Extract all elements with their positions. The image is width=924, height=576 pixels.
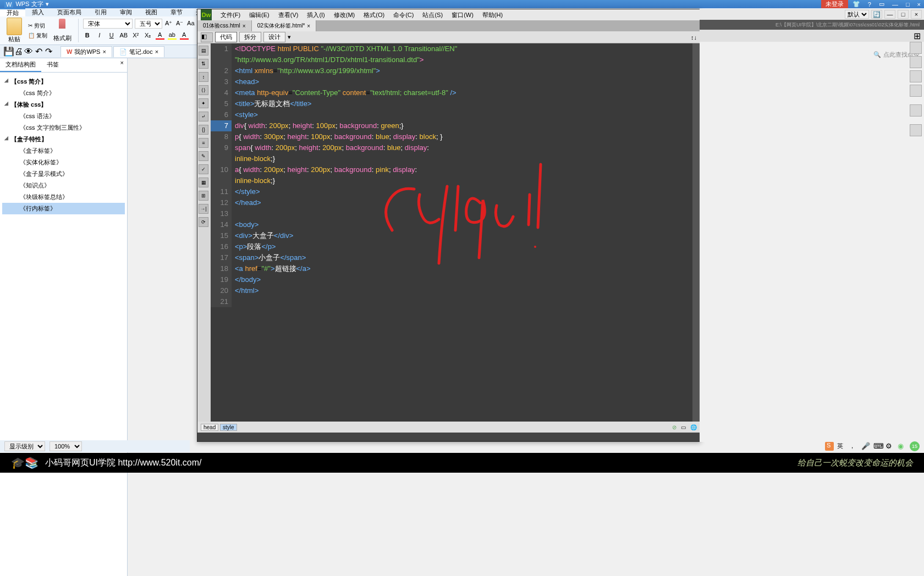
dw-menu-item[interactable]: 命令(C) [389, 11, 418, 19]
zoom-label-select[interactable]: 显示级别 [4, 441, 45, 451]
tree-arrow-icon[interactable]: ◢ [4, 135, 8, 141]
ime-settings-icon[interactable]: ⚙ [886, 442, 894, 451]
bold-icon[interactable]: B [83, 31, 92, 40]
font-size-select[interactable]: 五号 [135, 19, 162, 29]
code-line[interactable]: 1<!DOCTYPE html PUBLIC "-//W3C//DTD XHTM… [211, 43, 692, 54]
tab-bookmarks[interactable]: 书签 [41, 58, 64, 72]
menu-视图[interactable]: 视图 [139, 8, 164, 16]
zoom-value-select[interactable]: 100% [50, 441, 82, 451]
dw-minimize-icon[interactable]: — [884, 10, 895, 19]
shirt-icon[interactable]: 👕 [849, 1, 864, 8]
code-line[interactable]: 3<head> [211, 76, 692, 87]
gutter-collapse-icon[interactable]: ⇅ [199, 59, 208, 69]
tree-item[interactable]: 《块级标签总结》 [2, 191, 125, 203]
view-code-button[interactable]: 代码 [215, 32, 237, 42]
menu-插入[interactable]: 插入 [25, 8, 51, 16]
files-panel-icon[interactable] [910, 56, 922, 68]
gutter-line-icon[interactable]: ≡ [199, 138, 208, 148]
close-filetab-icon[interactable]: × [243, 23, 246, 29]
tab-doc-structure[interactable]: 文档结构图 [0, 58, 41, 72]
cut-button[interactable]: ✂ 剪切 [26, 21, 49, 30]
assets-panel-icon[interactable] [910, 70, 922, 82]
close-icon[interactable]: × [914, 1, 924, 8]
tray-circle-icon[interactable]: ◉ [898, 442, 906, 451]
dw-maximize-icon[interactable]: □ [898, 10, 909, 19]
snippets-panel-icon[interactable] [910, 124, 922, 136]
tree-item[interactable]: 《盒子标签》 [2, 145, 125, 157]
preview-icon[interactable]: 👁 [24, 47, 33, 56]
tree-item[interactable]: 《盒子显示模式》 [2, 168, 125, 180]
change-case-icon[interactable]: Aa [186, 19, 195, 27]
tag-head[interactable]: head [201, 424, 218, 431]
login-button[interactable]: 未登录 [821, 0, 848, 8]
dw-file-tab[interactable]: 01体验css.html × [197, 20, 252, 31]
sync-icon[interactable]: 🔄 [871, 10, 882, 19]
code-area[interactable]: 1<!DOCTYPE html PUBLIC "-//W3C//DTD XHTM… [211, 43, 692, 422]
code-line[interactable]: 18<a href="#">超链接</a> [211, 263, 692, 274]
vertical-scrollbar[interactable] [692, 43, 700, 422]
tree-item[interactable]: ◢【体验 css】 [2, 99, 125, 110]
dw-menu-item[interactable]: 查看(V) [274, 11, 303, 19]
superscript-icon[interactable]: X² [131, 31, 140, 40]
menu-开始[interactable]: 开始 [0, 8, 25, 16]
font-family-select[interactable]: 宋体 [83, 19, 133, 29]
code-line[interactable]: 4<meta http-equiv="Content-Type" content… [211, 87, 692, 98]
subscript-icon[interactable]: X₂ [144, 31, 152, 40]
minimize-icon[interactable]: — [889, 1, 901, 8]
code-line[interactable]: 14<body> [211, 219, 692, 230]
close-filetab-icon[interactable]: × [307, 23, 310, 29]
font-color2-icon[interactable]: A [180, 31, 189, 40]
tree-item[interactable]: ◢【盒子特性】 [2, 134, 125, 145]
tree-item[interactable]: 《css 语法》 [2, 110, 125, 122]
gutter-nav-icon[interactable]: ↕ [199, 72, 208, 82]
underline-icon[interactable]: U [107, 31, 116, 40]
window-icon[interactable]: ▭ [876, 1, 888, 8]
code-line[interactable]: "http://www.w3.org/TR/xhtml1/DTD/xhtml1-… [211, 54, 692, 65]
help-icon[interactable]: ? [865, 1, 875, 8]
tree-item[interactable]: 《知识点》 [2, 180, 125, 191]
status-device-icon[interactable]: ▭ [681, 424, 686, 430]
italic-icon[interactable]: I [95, 31, 104, 40]
tree-arrow-icon[interactable]: ◢ [4, 101, 8, 106]
font-color-icon[interactable]: A [156, 31, 164, 40]
code-line[interactable]: 10a{ width: 200px; height: 200px; backgr… [211, 164, 692, 175]
dw-menu-item[interactable]: 插入(I) [302, 11, 329, 19]
gutter-wrap-icon[interactable]: ⤶ [199, 112, 208, 121]
insert-panel-icon[interactable] [910, 85, 922, 97]
gutter-comment-icon[interactable]: ✎ [199, 151, 208, 161]
copy-button[interactable]: 📋 复制 [26, 31, 49, 40]
highlight-icon[interactable]: ab [168, 31, 177, 40]
increase-font-icon[interactable]: A⁺ [164, 19, 173, 27]
ime-keyboard-icon[interactable]: ⌨ [873, 442, 882, 451]
code-line[interactable]: 9span{ width: 200px; height: 200px; back… [211, 142, 692, 153]
behaviors-panel-icon[interactable] [910, 104, 922, 117]
code-line[interactable]: 19</body> [211, 274, 692, 285]
dropdown-icon[interactable]: ▾ [288, 34, 291, 41]
undo-icon[interactable]: ↶ [34, 47, 43, 56]
sort-icon[interactable]: ↕↓ [691, 34, 697, 41]
format-painter-button[interactable]: 格式刷 [51, 18, 74, 43]
menu-章节[interactable]: 章节 [164, 8, 189, 16]
tree-item[interactable]: 《实体化标签》 [2, 157, 125, 168]
paste-button[interactable]: 粘贴 [4, 16, 24, 45]
status-ok-icon[interactable]: ⊘ [672, 424, 676, 430]
dw-menu-item[interactable]: 帮助(H) [478, 11, 507, 19]
print-icon[interactable]: 🖨 [14, 47, 23, 56]
menu-审阅[interactable]: 审阅 [113, 8, 139, 16]
status-globe-icon[interactable]: 🌐 [690, 424, 697, 430]
ime-comma-icon[interactable]: ， [849, 442, 858, 451]
code-line[interactable]: inline-block;} [211, 175, 692, 186]
dw-close-icon[interactable]: × [911, 10, 922, 19]
view-split-button[interactable]: 拆分 [239, 32, 261, 42]
gutter-format-icon[interactable]: ⊞ [199, 191, 208, 201]
view-design-button[interactable]: 设计 [263, 32, 285, 42]
tree-item[interactable]: 《css 文字控制三属性》 [2, 122, 125, 134]
code-line[interactable]: 17<span>小盒子</span> [211, 252, 692, 263]
tab-mywps[interactable]: W 我的WPS × [61, 46, 112, 57]
tree-item[interactable]: 《css 简介》 [2, 87, 125, 99]
gutter-tag-icon[interactable]: ⟨⟩ [199, 85, 208, 95]
sogou-ime-icon[interactable]: S [825, 442, 834, 451]
close-sidebar-icon[interactable]: × [117, 58, 127, 72]
code-line[interactable]: 13 [211, 208, 692, 219]
code-line[interactable]: 6<style> [211, 109, 692, 120]
